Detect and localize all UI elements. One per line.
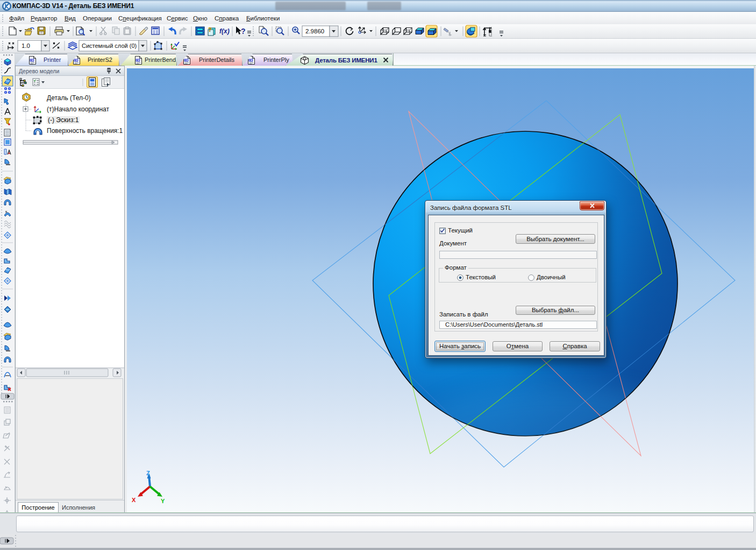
svg-text:Y: Y bbox=[161, 498, 165, 504]
svg-text:Z: Z bbox=[146, 470, 150, 476]
svg-text:f(x): f(x) bbox=[219, 27, 230, 35]
svg-text:1.0: 1.0 bbox=[22, 43, 30, 49]
svg-text:?: ? bbox=[241, 27, 246, 36]
svg-text:2.9860: 2.9860 bbox=[305, 28, 324, 34]
svg-text:Системный слой (0): Системный слой (0) bbox=[82, 43, 137, 49]
svg-text:?: ? bbox=[208, 26, 212, 33]
svg-text:X: X bbox=[132, 497, 136, 503]
